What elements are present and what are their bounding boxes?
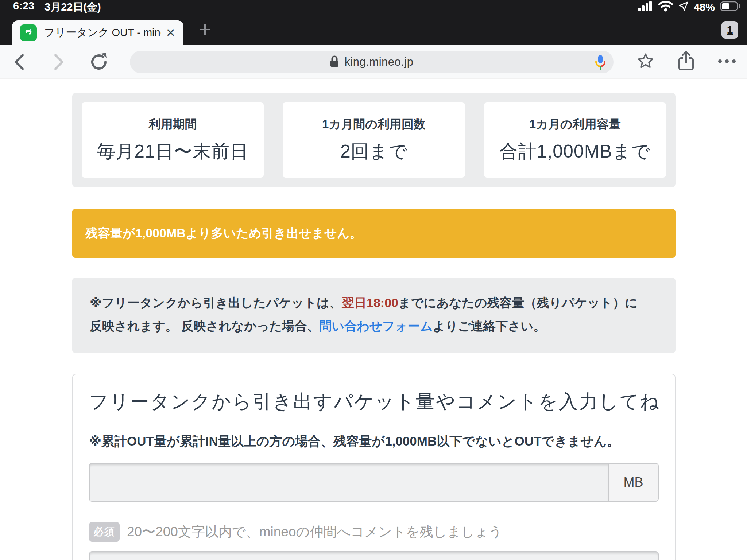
location-icon xyxy=(678,1,689,14)
amount-input-group: MB xyxy=(89,463,659,502)
active-tab[interactable]: フリータンク OUT - mineo ✕ xyxy=(12,20,183,45)
browser-screen: 6:23 3月22日(金) xyxy=(0,0,747,560)
lock-icon xyxy=(330,55,339,69)
battery-percent: 48% xyxy=(694,1,715,13)
form-caution: ※累計OUT量が累計IN量以上の方の場合、残容量が1,000MB以下でないとOU… xyxy=(89,433,659,450)
top-chrome: 6:23 3月22日(金) xyxy=(0,0,747,45)
required-badge: 必須 xyxy=(89,522,120,542)
usage-rules-panel: 利用期間 毎月21日〜末前日 1カ月間の利用回数 2回まで 1カ月の利用容量 合… xyxy=(72,93,676,187)
browser-toolbar: king.mineo.jp xyxy=(0,45,747,79)
tab-title: フリータンク OUT - mineo xyxy=(44,26,161,40)
back-icon[interactable] xyxy=(12,52,27,71)
signal-icon xyxy=(638,1,653,14)
bookmark-star-icon[interactable] xyxy=(636,52,655,72)
notice-text: 反映されます。 反映されなかった場合、 xyxy=(90,319,319,333)
url-text: king.mineo.jp xyxy=(344,55,413,69)
tab-counter-button[interactable]: 1 xyxy=(721,21,738,39)
card-value: 合計1,000MBまで xyxy=(500,139,650,164)
card-monthly-capacity: 1カ月の利用容量 合計1,000MBまで xyxy=(484,102,666,178)
warning-banner: 残容量が1,000MBより多いため引き出せません。 xyxy=(72,209,676,258)
warning-text: 残容量が1,000MBより多いため引き出せません。 xyxy=(85,225,362,242)
card-title: 利用期間 xyxy=(149,116,197,133)
contact-form-link[interactable]: 問い合わせフォーム xyxy=(319,319,433,333)
status-left: 6:23 3月22日(金) xyxy=(13,0,101,15)
amount-input[interactable] xyxy=(89,463,608,502)
notice-text: よりご連絡下さい。 xyxy=(433,319,546,333)
card-title: 1カ月間の利用回数 xyxy=(322,116,426,133)
share-icon[interactable] xyxy=(678,51,694,73)
card-monthly-count: 1カ月間の利用回数 2回まで xyxy=(283,102,465,178)
address-bar[interactable]: king.mineo.jp xyxy=(130,51,614,73)
card-value: 2回まで xyxy=(340,139,407,164)
comment-label-row: 必須 20〜200文字以内で、mineoの仲間へコメントを残しましょう xyxy=(89,522,659,542)
notice-text: までにあなたの残容量（残りパケット）に xyxy=(398,296,638,310)
notice-deadline: 翌日18:00 xyxy=(342,296,398,310)
withdraw-form-card: フリータンクから引き出すパケット量やコメントを入力してね ※累計OUT量が累計I… xyxy=(72,374,676,560)
tab-strip: フリータンク OUT - mineo ✕ + 1 xyxy=(0,15,747,45)
notice-box: ※フリータンクから引き出したパケットは、翌日18:00までにあなたの残容量（残り… xyxy=(72,278,676,353)
clock: 6:23 xyxy=(13,0,34,15)
wifi-icon xyxy=(658,1,673,14)
forward-icon[interactable] xyxy=(51,52,66,71)
page-content: 利用期間 毎月21日〜末前日 1カ月間の利用回数 2回まで 1カ月の利用容量 合… xyxy=(72,79,676,560)
mineo-favicon-icon xyxy=(20,24,37,41)
battery-icon xyxy=(720,1,741,14)
comment-hint: 20〜200文字以内で、mineoの仲間へコメントを残しましょう xyxy=(127,523,502,541)
card-title: 1カ月の利用容量 xyxy=(529,116,621,133)
reload-icon[interactable] xyxy=(89,52,109,72)
tab-close-icon[interactable]: ✕ xyxy=(166,26,175,40)
new-tab-icon[interactable]: + xyxy=(199,17,211,41)
date: 3月22日(金) xyxy=(44,0,101,15)
amount-unit-addon: MB xyxy=(608,463,659,502)
toolbar-right-icons xyxy=(636,51,737,73)
status-right: 48% xyxy=(638,1,741,14)
form-heading: フリータンクから引き出すパケット量やコメントを入力してね xyxy=(89,389,659,415)
card-usage-period: 利用期間 毎月21日〜末前日 xyxy=(82,102,264,178)
notice-text: ※フリータンクから引き出したパケットは、 xyxy=(90,296,342,310)
menu-dots-icon[interactable] xyxy=(717,58,737,66)
comment-input[interactable] xyxy=(89,551,659,560)
card-value: 毎月21日〜末前日 xyxy=(97,139,248,164)
status-bar: 6:23 3月22日(金) xyxy=(0,0,747,15)
mic-icon[interactable] xyxy=(595,54,606,72)
